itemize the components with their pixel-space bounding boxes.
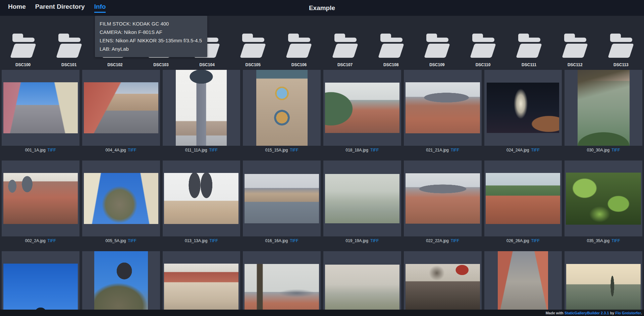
nav-item-home[interactable]: Home: [8, 3, 26, 13]
photo-cell: [484, 161, 562, 236]
builder-link[interactable]: StaticGalleryBuilder 2.3.1: [565, 311, 609, 315]
photo-cell: [243, 70, 321, 146]
photo-caption: 035_35A.jpgTIFF: [565, 238, 642, 244]
folder-label: DSC110: [476, 62, 491, 68]
tiff-link[interactable]: TIFF: [209, 148, 218, 152]
photo-cell: [243, 251, 321, 316]
photo-thumbnail[interactable]: [486, 173, 560, 224]
photo-thumbnail[interactable]: [84, 173, 158, 224]
tiff-link[interactable]: TIFF: [290, 148, 298, 152]
tiff-link[interactable]: TIFF: [451, 148, 459, 152]
nav-item-parent-directory[interactable]: Parent Directory: [35, 3, 85, 13]
photo-card: 013_13A.jpgTIFF: [163, 161, 240, 244]
folder-label: DSC103: [153, 62, 168, 68]
photo-thumbnail[interactable]: [176, 70, 227, 146]
photo-card: 016_16A.jpgTIFF: [243, 161, 321, 244]
photo-thumbnail[interactable]: [84, 82, 158, 133]
top-nav: Example HomeParent DirectoryInfo: [0, 0, 644, 16]
photo-filename: 024_24A.jpg: [506, 148, 529, 152]
photo-thumbnail[interactable]: [325, 83, 399, 133]
photo-thumbnail[interactable]: [325, 265, 399, 314]
open-folder-icon: [330, 34, 361, 58]
photo-filename: 021_21A.jpg: [426, 148, 448, 152]
folder-label: DSC100: [15, 62, 31, 68]
photo-thumbnail[interactable]: [406, 264, 480, 314]
photo-thumbnail[interactable]: [566, 173, 641, 225]
tiff-link[interactable]: TIFF: [531, 148, 539, 152]
photo-cell: [323, 70, 401, 146]
photo-thumbnail[interactable]: [325, 174, 399, 223]
photo-card: 026_26A.jpgTIFF: [484, 161, 562, 244]
photo-thumbnail[interactable]: [3, 173, 78, 224]
folder-item-dsc110[interactable]: DSC110: [460, 34, 506, 68]
photo-thumbnail[interactable]: [487, 83, 559, 133]
nav-item-info[interactable]: Info: [94, 3, 106, 13]
photo-card: [323, 251, 401, 316]
folder-item-dsc109[interactable]: DSC109: [414, 34, 460, 68]
tiff-link[interactable]: TIFF: [531, 238, 539, 243]
photo-card: 030_30A.jpgTIFF: [565, 70, 642, 153]
nav-item-label: Info: [94, 3, 106, 13]
photo-thumbnail[interactable]: [498, 251, 548, 316]
photo-card: 005_5A.jpgTIFF: [82, 161, 160, 244]
open-folder-icon: [514, 34, 544, 58]
folder-item-dsc100[interactable]: DSC100: [0, 34, 46, 68]
folder-item-dsc105[interactable]: DSC105: [230, 34, 276, 68]
author-link[interactable]: Flo Greistorfer: [615, 311, 641, 315]
photo-cell: [484, 70, 562, 146]
footer-credit: Made with StaticGalleryBuilder 2.3.1 by …: [0, 310, 644, 316]
folder-item-dsc107[interactable]: DSC107: [322, 34, 368, 68]
folder-item-dsc101[interactable]: DSC101: [46, 34, 92, 68]
folder-label: DSC106: [291, 62, 307, 68]
tiff-link[interactable]: TIFF: [128, 238, 136, 243]
photo-thumbnail[interactable]: [94, 251, 148, 316]
photo-thumbnail[interactable]: [164, 264, 238, 315]
tiff-link[interactable]: TIFF: [290, 238, 298, 243]
photo-filename: 004_4A.jpg: [106, 148, 126, 152]
photo-cell: [243, 161, 321, 236]
photo-thumbnail[interactable]: [406, 173, 480, 224]
tiff-link[interactable]: TIFF: [370, 148, 379, 152]
tiff-link[interactable]: TIFF: [128, 148, 136, 152]
photo-cell: [163, 251, 240, 316]
photo-cell: [2, 251, 79, 316]
photo-filename: 001_1A.jpg: [25, 148, 46, 152]
folder-item-dsc106[interactable]: DSC106: [276, 34, 322, 68]
tiff-link[interactable]: TIFF: [611, 238, 620, 243]
photo-card: 035_35A.jpgTIFF: [565, 161, 642, 244]
nav-item-label: Home: [8, 3, 26, 13]
photo-thumbnail[interactable]: [566, 264, 641, 314]
photo-cell: [323, 251, 401, 316]
tiff-link[interactable]: TIFF: [209, 238, 218, 243]
photo-cell: [323, 161, 401, 236]
tiff-link[interactable]: TIFF: [611, 148, 620, 152]
folder-label: DSC113: [613, 62, 629, 68]
photo-thumbnail[interactable]: [406, 82, 480, 133]
photo-thumbnail[interactable]: [245, 264, 319, 314]
photo-thumbnail[interactable]: [3, 82, 78, 133]
tiff-link[interactable]: TIFF: [48, 148, 56, 152]
folder-item-dsc112[interactable]: DSC112: [552, 34, 598, 68]
photo-thumbnail[interactable]: [578, 70, 630, 146]
folder-item-dsc111[interactable]: DSC111: [506, 34, 552, 68]
photo-thumbnail[interactable]: [245, 174, 319, 223]
photo-cell: [484, 251, 562, 316]
folder-item-dsc108[interactable]: DSC108: [368, 34, 414, 68]
photo-thumbnail[interactable]: [256, 70, 308, 146]
open-folder-icon: [54, 34, 85, 58]
open-folder-icon: [237, 34, 268, 58]
photo-thumbnail[interactable]: [164, 173, 238, 224]
folder-item-dsc113[interactable]: DSC113: [598, 34, 644, 68]
photo-card: [163, 251, 240, 316]
tiff-link[interactable]: TIFF: [451, 238, 459, 243]
photo-thumbnail[interactable]: [3, 264, 78, 315]
photo-cell: [565, 161, 642, 236]
photo-cell: [404, 161, 482, 236]
photo-cell: [163, 161, 240, 236]
tiff-link[interactable]: TIFF: [370, 238, 379, 243]
photo-caption: 030_30A.jpgTIFF: [565, 148, 642, 153]
footer-prefix: Made with: [546, 311, 565, 315]
tiff-link[interactable]: TIFF: [48, 238, 56, 243]
photo-card: 021_21A.jpgTIFF: [404, 70, 482, 153]
open-folder-icon: [283, 34, 314, 58]
